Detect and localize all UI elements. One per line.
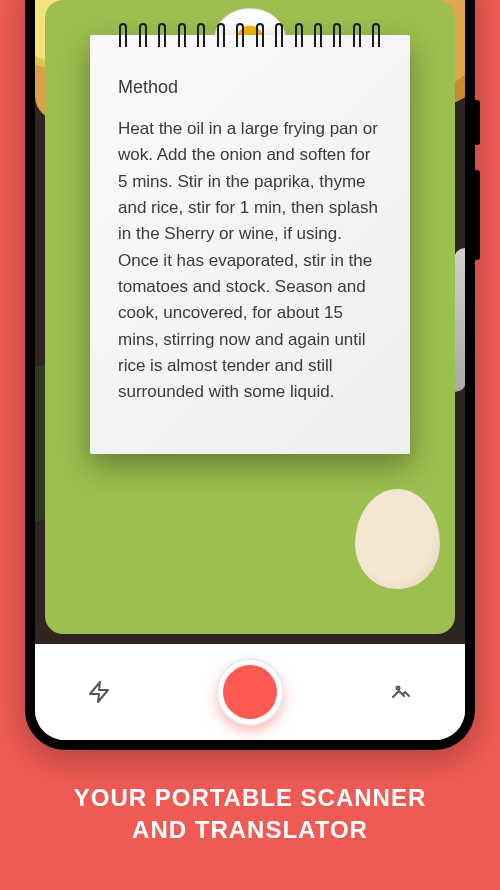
note-body-text: Heat the oil in a large frying pan or wo… <box>118 116 382 406</box>
shutter-button[interactable] <box>218 660 282 724</box>
svg-point-1 <box>397 687 400 690</box>
gallery-button[interactable] <box>381 672 421 712</box>
svg-marker-0 <box>90 682 108 702</box>
flash-toggle-button[interactable] <box>79 672 119 712</box>
camera-viewfinder: Method Heat the oil in a large frying pa… <box>35 0 465 644</box>
notepad-spiral <box>90 23 410 47</box>
tagline-line-2: AND TRANSLATOR <box>74 814 427 846</box>
phone-screen: Method Heat the oil in a large frying pa… <box>35 0 465 740</box>
gallery-icon <box>389 680 413 704</box>
note-heading: Method <box>118 77 382 98</box>
marketing-tagline: YOUR PORTABLE SCANNER AND TRANSLATOR <box>74 782 427 847</box>
camera-controls-bar <box>35 644 465 740</box>
prop-egg <box>355 489 440 589</box>
tagline-line-1: YOUR PORTABLE SCANNER <box>74 782 427 814</box>
phone-frame: Method Heat the oil in a large frying pa… <box>25 0 475 750</box>
scanned-notepad: Method Heat the oil in a large frying pa… <box>90 35 410 454</box>
flash-icon <box>87 680 111 704</box>
